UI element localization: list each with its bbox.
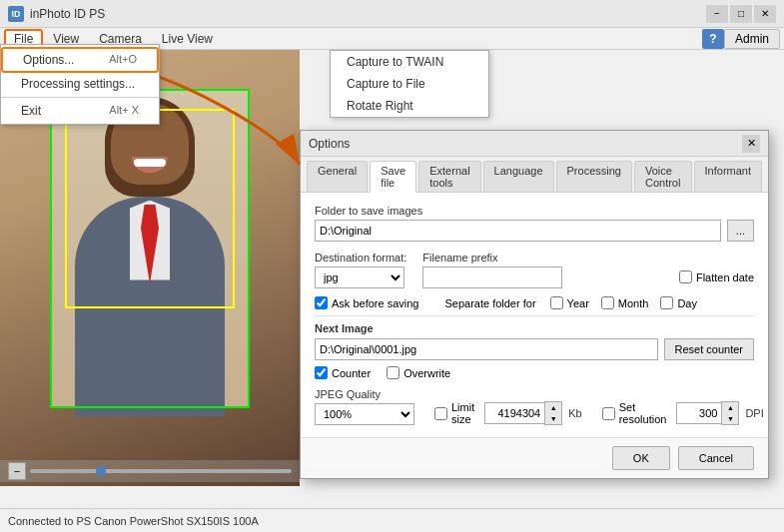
resolution-up-button[interactable]: ▲ (722, 402, 738, 413)
app-title: inPhoto ID PS (30, 7, 105, 21)
limit-size-group: Limit size ▲ ▼ Kb (434, 401, 582, 425)
format-prefix-row: Destination format: jpg png bmp tiff Fil… (315, 252, 754, 288)
next-image-title: Next Image (315, 322, 754, 334)
set-resolution-checkbox[interactable] (602, 407, 615, 420)
resolution-unit: DPI (745, 407, 763, 419)
folder-input[interactable] (315, 220, 721, 242)
limit-size-unit: Kb (568, 407, 581, 419)
dialog-title: Options (309, 137, 350, 151)
zoom-slider[interactable] (30, 469, 292, 473)
resolution-input[interactable] (676, 402, 721, 424)
counter-checkbox[interactable] (315, 366, 328, 379)
reset-counter-button[interactable]: Reset counter (664, 338, 754, 360)
menu-item-liveview[interactable]: Live View (152, 30, 223, 48)
flatten-date-group: Flatten date (679, 270, 754, 283)
divider-1 (315, 315, 754, 316)
next-image-section: Next Image Reset counter Counter Overwri… (315, 322, 754, 379)
jpeg-quality-label: JPEG Quality (315, 388, 414, 400)
folder-label: Folder to save images (315, 205, 754, 217)
folder-row: ... (315, 220, 754, 242)
limit-size-checkbox[interactable] (434, 407, 447, 420)
admin-button[interactable]: Admin (724, 29, 780, 49)
day-label[interactable]: Day (660, 296, 697, 309)
filename-prefix-group: Filename prefix (422, 252, 663, 288)
capture-twain-item[interactable]: Capture to TWAIN (331, 51, 488, 73)
status-bar: Connected to PS Canon PowerShot SX150IS … (0, 508, 784, 532)
file-dd-processing[interactable]: Processing settings... (1, 73, 159, 95)
overwrite-label[interactable]: Overwrite (387, 366, 450, 379)
ask-before-saving-checkbox[interactable] (315, 296, 328, 309)
year-label[interactable]: Year (550, 296, 589, 309)
ask-separate-row: Ask before saving Separate folder for Ye… (315, 296, 754, 309)
file-dd-options[interactable]: Options... Alt+O (1, 47, 159, 73)
ask-before-saving-label[interactable]: Ask before saving (315, 296, 418, 309)
file-dd-exit[interactable]: Exit Alt+ X (1, 100, 159, 122)
rotate-right-item[interactable]: Rotate Right (331, 95, 488, 117)
camera-dropdown: Capture to TWAIN Capture to File Rotate … (330, 50, 489, 118)
tab-processing[interactable]: Processing (556, 161, 632, 192)
month-label[interactable]: Month (601, 296, 649, 309)
limit-size-input[interactable] (484, 402, 544, 424)
dialog-tabs: General Save file External tools Languag… (301, 157, 768, 193)
limit-size-up-button[interactable]: ▲ (545, 402, 561, 413)
file-dropdown: Options... Alt+O Processing settings... … (0, 44, 160, 125)
limit-size-spinbox: ▲ ▼ (484, 401, 562, 425)
set-resolution-group: Set resolution ▲ ▼ DPI (602, 401, 764, 425)
dest-format-group: Destination format: jpg png bmp tiff (315, 252, 406, 288)
flatten-date-checkbox[interactable] (679, 270, 692, 283)
jpeg-quality-select[interactable]: 100% 90% 80% 70% (315, 403, 414, 425)
day-checkbox[interactable] (660, 296, 673, 309)
options-dialog: Options ✕ General Save file External too… (300, 130, 769, 479)
limit-size-spin-buttons: ▲ ▼ (544, 401, 562, 425)
app-icon: ID (8, 6, 24, 22)
tab-external-tools[interactable]: External tools (418, 161, 480, 192)
dialog-title-bar: Options ✕ (301, 131, 768, 157)
help-button[interactable]: ? (702, 29, 724, 49)
next-image-row: Reset counter (315, 338, 754, 360)
dest-format-select[interactable]: jpg png bmp tiff (315, 266, 404, 288)
resolution-down-button[interactable]: ▼ (722, 413, 738, 424)
separate-folder-label: Separate folder for (444, 297, 535, 309)
year-checkbox[interactable] (550, 296, 563, 309)
file-dd-separator (1, 97, 159, 98)
flatten-date-label[interactable]: Flatten date (679, 270, 754, 283)
minimize-button[interactable]: − (706, 5, 728, 23)
folder-section: Folder to save images ... (315, 205, 754, 242)
limit-size-label[interactable]: Limit size (434, 401, 474, 425)
tab-general[interactable]: General (307, 161, 368, 192)
tab-voice-control[interactable]: Voice Control (634, 161, 692, 192)
resolution-spin-buttons: ▲ ▼ (721, 401, 739, 425)
status-text: Connected to PS Canon PowerShot SX150IS … (8, 515, 259, 527)
filename-prefix-input[interactable] (422, 266, 562, 288)
month-checkbox[interactable] (601, 296, 614, 309)
cancel-button[interactable]: Cancel (678, 446, 754, 470)
title-bar: ID inPhoto ID PS − □ ✕ (0, 0, 784, 28)
dialog-close-button[interactable]: ✕ (742, 135, 760, 153)
dialog-content: Folder to save images ... Destination fo… (301, 193, 768, 437)
jpeg-row: JPEG Quality 100% 90% 80% 70% Limit size (315, 387, 754, 425)
capture-file-item[interactable]: Capture to File (331, 73, 488, 95)
filename-prefix-label: Filename prefix (422, 252, 663, 264)
counter-row: Counter Overwrite (315, 366, 754, 379)
close-button[interactable]: ✕ (754, 5, 776, 23)
limit-size-down-button[interactable]: ▼ (545, 413, 561, 424)
tab-informant[interactable]: Informant (694, 161, 762, 192)
browse-button[interactable]: ... (727, 220, 754, 242)
title-bar-left: ID inPhoto ID PS (8, 6, 105, 22)
ok-button[interactable]: OK (612, 446, 670, 470)
title-controls: − □ ✕ (706, 5, 776, 23)
maximize-button[interactable]: □ (730, 5, 752, 23)
next-image-input[interactable] (315, 338, 658, 360)
set-resolution-label[interactable]: Set resolution (602, 401, 667, 425)
tab-save-file[interactable]: Save file (370, 161, 416, 193)
dest-format-label: Destination format: (315, 252, 406, 264)
zoom-out-button[interactable]: − (8, 462, 26, 480)
resolution-spinbox: ▲ ▼ (676, 401, 739, 425)
tab-language[interactable]: Language (483, 161, 554, 192)
counter-label[interactable]: Counter (315, 366, 371, 379)
jpeg-quality-group: JPEG Quality 100% 90% 80% 70% (315, 388, 414, 425)
dialog-footer: OK Cancel (301, 437, 768, 478)
app-window: ID inPhoto ID PS − □ ✕ File View Camera … (0, 0, 784, 532)
overwrite-checkbox[interactable] (387, 366, 399, 379)
